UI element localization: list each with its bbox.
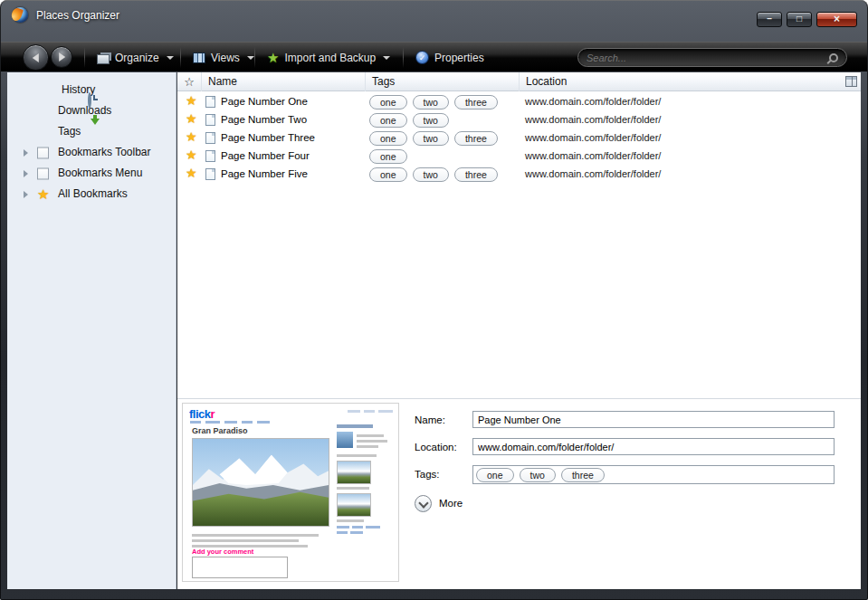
folder-box-icon <box>37 167 49 179</box>
star-icon <box>186 111 197 126</box>
firefox-icon <box>13 7 28 23</box>
flickr-logo: flickr <box>189 407 215 421</box>
star-icon <box>186 166 197 180</box>
preview-avatar <box>337 432 353 448</box>
forward-arrow-icon <box>59 52 65 62</box>
table-row[interactable]: Page Number Four one www.domain.com/fold… <box>177 148 861 166</box>
column-header-tags[interactable]: Tags <box>366 72 520 91</box>
preview-comment-box <box>192 557 288 578</box>
site-preview: flickr Gran Paradiso <box>182 403 399 582</box>
properties-label: Properties <box>434 52 484 64</box>
sidebar-item-tags[interactable]: Tags <box>7 121 176 142</box>
row-location: www.domain.com/folder/folder/ <box>525 132 661 143</box>
maximize-button[interactable] <box>787 12 812 27</box>
search-input[interactable] <box>587 52 824 63</box>
name-field[interactable] <box>472 411 835 428</box>
organize-menu-button[interactable]: Organize <box>90 43 181 72</box>
column-picker-icon[interactable] <box>845 76 857 87</box>
table-row[interactable]: Page Number Five one two three www.domai… <box>177 166 861 184</box>
expander-icon[interactable] <box>24 149 28 157</box>
expander-icon[interactable] <box>24 170 28 177</box>
tag-pill: two <box>520 468 556 482</box>
page-icon <box>205 168 215 180</box>
preview-top-links <box>348 410 393 413</box>
toolbar-separator <box>403 47 404 68</box>
search-box <box>577 48 847 67</box>
row-tags: one two three <box>369 167 498 182</box>
star-icon <box>186 129 197 144</box>
window-controls <box>757 12 857 27</box>
screen: Places Organizer Organize Views <box>0 0 868 600</box>
folder-box-icon <box>37 147 49 158</box>
page-icon <box>205 114 215 126</box>
star-icon <box>186 148 197 162</box>
tag-pill: two <box>413 131 449 146</box>
tag-pill: one <box>369 167 407 182</box>
page-icon <box>205 150 215 162</box>
table-row[interactable]: Page Number One one two three www.domain… <box>177 93 861 111</box>
more-expander-button[interactable] <box>415 495 432 512</box>
chevron-down-icon <box>167 56 174 60</box>
sidebar-item-bookmarks-toolbar[interactable]: Bookmarks Toolbar <box>7 142 176 163</box>
sidebar: History Downloads Tags Bookmarks Toolbar… <box>7 72 176 589</box>
chevron-down-icon <box>247 56 254 60</box>
star-icon <box>37 183 49 205</box>
back-button[interactable] <box>23 44 49 71</box>
tag-pill: one <box>476 468 514 482</box>
row-name: Page Number One <box>221 96 308 107</box>
row-tags: one two <box>369 113 449 128</box>
row-tags: one two three <box>369 131 498 146</box>
column-header-star[interactable] <box>177 72 202 91</box>
import-backup-icon <box>267 50 279 66</box>
minimize-button[interactable] <box>757 12 782 27</box>
views-menu-button[interactable]: Views <box>186 43 262 72</box>
tag-pill: one <box>369 131 407 146</box>
sidebar-item-label: Downloads <box>58 104 111 117</box>
sidebar-item-history[interactable]: History <box>7 80 176 100</box>
page-icon <box>205 96 215 108</box>
toolbar-separator <box>180 47 181 68</box>
row-name: Page Number Two <box>221 114 307 125</box>
import-backup-label: Import and Backup <box>284 52 376 64</box>
list-header: Name Tags Location <box>177 72 861 91</box>
star-icon <box>186 93 197 108</box>
preview-nav-links <box>190 421 270 424</box>
row-tags: one <box>369 149 407 164</box>
import-backup-menu-button[interactable]: Import and Backup <box>260 43 397 72</box>
preview-add-comment-link: Add your comment <box>192 548 253 556</box>
row-location: www.domain.com/folder/folder/ <box>525 96 661 107</box>
location-field-label: Location: <box>415 442 457 452</box>
table-row[interactable]: Page Number Three one two three www.doma… <box>177 129 861 148</box>
location-field[interactable] <box>472 438 835 455</box>
close-button[interactable] <box>816 12 857 27</box>
search-icon[interactable] <box>829 53 838 62</box>
forward-button[interactable] <box>51 46 72 68</box>
sidebar-item-label: Bookmarks Toolbar <box>58 146 151 158</box>
sidebar-item-all-bookmarks[interactable]: All Bookmarks <box>7 184 176 205</box>
tag-pill: three <box>454 95 498 110</box>
preview-thumbnail <box>337 461 371 484</box>
preview-tag-links <box>337 526 393 534</box>
properties-button[interactable]: Properties <box>408 43 491 72</box>
flickr-logo-pink: r <box>211 407 215 421</box>
tags-field[interactable]: one two three <box>472 465 835 484</box>
chevron-down-icon <box>383 56 390 60</box>
tag-pill: two <box>413 113 449 128</box>
organize-icon <box>97 54 110 64</box>
row-name: Page Number Three <box>221 132 315 143</box>
row-name: Page Number Five <box>221 168 308 179</box>
sidebar-item-bookmarks-menu[interactable]: Bookmarks Menu <box>7 163 176 184</box>
sidebar-item-downloads[interactable]: Downloads <box>7 100 176 121</box>
preview-sidebar <box>337 422 393 534</box>
toolbar-separator <box>254 47 255 68</box>
more-label: More <box>439 498 463 509</box>
expander-icon[interactable] <box>24 191 28 198</box>
column-header-location[interactable]: Location <box>520 72 841 91</box>
tag-pill: one <box>369 95 407 110</box>
back-arrow-icon <box>32 53 38 62</box>
tag-pill: one <box>369 149 407 164</box>
table-row[interactable]: Page Number Two one two www.domain.com/f… <box>177 111 861 129</box>
column-header-name[interactable]: Name <box>202 72 366 91</box>
titlebar: Places Organizer <box>0 0 868 42</box>
row-location: www.domain.com/folder/folder/ <box>525 150 661 161</box>
